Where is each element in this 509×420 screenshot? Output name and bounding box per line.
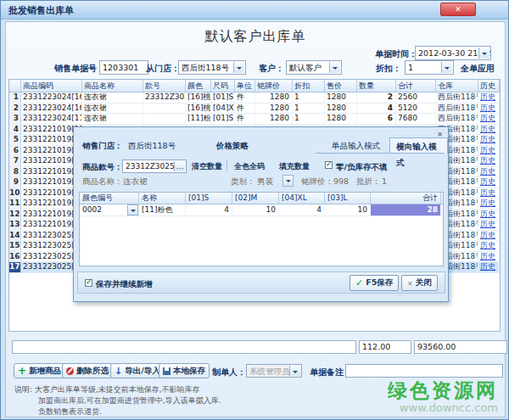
- discount-value: 1: [408, 63, 413, 72]
- all-color-size-button[interactable]: 全色全码: [234, 161, 265, 172]
- batch-discount-label: 批折：: [356, 176, 381, 188]
- add-item-button[interactable]: 新增商品: [14, 363, 65, 378]
- dialog-close-label: 关闭: [416, 277, 432, 288]
- fill-qty-button[interactable]: 填充数量: [279, 161, 310, 172]
- save-local-button[interactable]: 本地保存: [159, 363, 210, 378]
- skip-zero-checkbox[interactable]: [325, 161, 333, 169]
- chevron-down-icon[interactable]: [289, 366, 300, 376]
- col-header: 合计: [396, 80, 436, 92]
- table-row[interactable]: 22331223024[16]桃红连衣裙[16]桃红[04]XL件1280112…: [9, 104, 500, 115]
- history-link[interactable]: 历史: [480, 177, 495, 186]
- export-import-button[interactable]: 导出/导入: [110, 363, 165, 378]
- col-header: 颜色编号: [80, 193, 139, 204]
- cell-size-m[interactable]: 10: [232, 204, 279, 216]
- history-link[interactable]: 历史: [480, 231, 495, 239]
- history-link[interactable]: 历史: [480, 135, 495, 143]
- f5-save-button[interactable]: F5保存: [350, 275, 399, 291]
- chevron-down-icon[interactable]: [478, 48, 489, 59]
- history-link[interactable]: 历史: [480, 104, 495, 112]
- remark-input[interactable]: [345, 364, 503, 378]
- corner-cell: [9, 80, 21, 92]
- cell-size-xl[interactable]: 4: [279, 204, 325, 216]
- cell-tag: 1280: [255, 92, 293, 103]
- cell-size-l[interactable]: 10: [325, 204, 371, 216]
- cell-disc: 1: [293, 104, 325, 114]
- history-link[interactable]: 历史: [480, 220, 495, 228]
- style-no-label: 商品款号：: [82, 162, 123, 173]
- maker-value: 系统管理员: [249, 367, 290, 376]
- save-local-label: 本地保存: [173, 366, 205, 377]
- chevron-down-icon[interactable]: [127, 204, 138, 216]
- delete-selected-label: 删除所选: [76, 366, 109, 377]
- dialog-store-label: 销售门店：: [82, 141, 123, 152]
- batch-discount-value: 1: [382, 176, 387, 186]
- chevron-down-icon[interactable]: [441, 62, 452, 73]
- save-continue-checkbox[interactable]: [85, 279, 92, 287]
- table-row[interactable]: 12331223024[16]桃红连衣裙23312Z3024[16]桃红[01]…: [9, 92, 500, 104]
- discount-label: 折扣：: [376, 63, 401, 75]
- save-continue-label: 保存并继续新增: [96, 279, 153, 290]
- apply-all-button[interactable]: 全单应用: [461, 63, 495, 75]
- cell-hist: 历史: [478, 177, 500, 188]
- history-link[interactable]: 历史: [480, 156, 495, 165]
- table-row[interactable]: 32331223024[11]粉色连衣裙[11]粉色[01]S件12801128…: [9, 114, 500, 125]
- history-link[interactable]: 历史: [480, 252, 495, 260]
- history-link[interactable]: 历史: [480, 167, 495, 176]
- history-link[interactable]: 历史: [480, 210, 495, 218]
- tag-price-label: 铭牌价：: [301, 176, 333, 188]
- cell-no: 16: [9, 252, 21, 262]
- history-link[interactable]: 历史: [480, 262, 495, 271]
- customer-select[interactable]: 默认客户: [286, 60, 342, 75]
- cell-color-code[interactable]: 0002: [80, 204, 139, 216]
- delete-selected-button[interactable]: 删除所选: [62, 363, 113, 378]
- price-policy-link[interactable]: 价格策略: [216, 141, 249, 152]
- history-link[interactable]: 历史: [480, 199, 495, 207]
- dialog-close-button[interactable]: 关闭: [401, 275, 438, 291]
- doc-time-input[interactable]: 2012-03-30 21:52:: [415, 46, 491, 60]
- cell-no: 7: [9, 156, 21, 166]
- col-header: 名称: [139, 193, 186, 204]
- category-dropdown-icon[interactable]: [282, 175, 294, 187]
- history-link[interactable]: 历史: [480, 188, 495, 197]
- cell-no: 15: [9, 241, 21, 251]
- maker-select[interactable]: 系统管理员: [246, 364, 302, 378]
- matrix-header-row: 颜色编号 名称 [01]S [02]M [04]XL [03]L 合计: [80, 193, 443, 204]
- cell-style: 23312Z3024: [143, 92, 186, 103]
- sale-no-input[interactable]: 1203301: [99, 60, 148, 75]
- total-amount: 93560.00: [414, 340, 507, 354]
- title-bar: 批发销售出库单: [1, 1, 508, 20]
- window-close-icon[interactable]: [440, 3, 476, 16]
- plus-icon: [18, 367, 26, 376]
- discount-select[interactable]: 1: [405, 60, 454, 75]
- tab-single-input-mode[interactable]: 单品输入模式: [326, 137, 386, 154]
- from-store-value: 西后街118号: [182, 63, 229, 72]
- clear-qty-button[interactable]: 清空数量: [192, 161, 222, 172]
- cell-color-name[interactable]: [11]粉色: [139, 204, 186, 216]
- ellipsis-button[interactable]: [174, 161, 185, 171]
- history-link[interactable]: 历史: [480, 92, 495, 101]
- history-link[interactable]: 历史: [480, 241, 495, 249]
- history-link[interactable]: 历史: [480, 146, 495, 154]
- col-header: 数量: [357, 80, 396, 92]
- history-link[interactable]: 历史: [480, 125, 495, 133]
- cell-code: 2331223024[16]桃红: [21, 104, 82, 114]
- cell-size-s[interactable]: 4: [186, 204, 232, 216]
- chevron-down-icon[interactable]: [329, 62, 340, 73]
- window-title: 批发销售出库单: [8, 4, 74, 17]
- col-header: 铭牌价: [255, 80, 293, 92]
- page-title: 默认客户出库单: [6, 28, 505, 46]
- cell-no: 1: [9, 92, 21, 103]
- tab-horizontal-input-mode[interactable]: 横向输入模式: [389, 137, 448, 154]
- skip-zero-label: 零/负库存不填: [336, 162, 387, 173]
- matrix-row[interactable]: 0002 [11]粉色 4 10 4 10 28: [80, 204, 443, 216]
- cell-disc: 1: [293, 114, 325, 124]
- cell-hist: 历史: [478, 241, 500, 251]
- from-store-label: 从门店：: [146, 63, 180, 75]
- from-store-select[interactable]: 西后街118号: [178, 60, 246, 75]
- chevron-down-icon[interactable]: [233, 62, 244, 73]
- cell-tag: 1280: [255, 114, 293, 124]
- cell-hist: 历史: [478, 231, 500, 241]
- style-no-input[interactable]: 23312Z3025: [122, 160, 187, 173]
- close-icon: [407, 278, 413, 288]
- history-link[interactable]: 历史: [480, 114, 495, 122]
